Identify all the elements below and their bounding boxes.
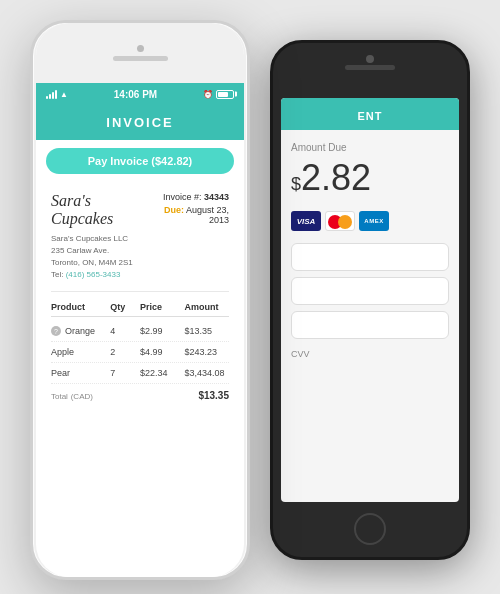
product-cell-0: ? Orange	[51, 326, 110, 336]
col-product: Product	[51, 302, 110, 312]
amount-due-value: $2.82	[291, 157, 449, 199]
tel-label: Tel:	[51, 270, 63, 279]
table-row: ? Orange 4 $2.99 $13.35	[51, 321, 229, 342]
price-cell-0: $2.99	[140, 326, 185, 336]
amount-currency: $	[291, 174, 301, 194]
divider-1	[51, 291, 229, 292]
total-text: Total	[51, 392, 68, 401]
back-phone-camera	[366, 55, 374, 63]
table-row: Pear 7 $22.34 $3,434.08	[51, 363, 229, 384]
due-date: August 23, 2013	[186, 205, 229, 225]
product-name-2: Pear	[51, 368, 70, 378]
visa-icon: VISA	[291, 211, 321, 231]
signal-bar-1	[46, 96, 48, 99]
signal-bar-2	[49, 94, 51, 99]
back-phone: ENT Amount Due $2.82 VISA AMEX CVV	[270, 40, 470, 560]
business-address-line2: 235 Carlaw Ave.	[51, 245, 149, 257]
battery-icon	[216, 90, 234, 99]
amount-cell-2: $3,434.08	[185, 368, 230, 378]
business-phone: (416) 565-3433	[66, 270, 121, 279]
col-price: Price	[140, 302, 185, 312]
invoice-body: Sara's Cupcakes Sara's Cupcakes LLC 235 …	[41, 182, 239, 411]
back-phone-home-button[interactable]	[354, 513, 386, 545]
pay-invoice-button[interactable]: Pay Invoice ($42.82)	[46, 148, 234, 174]
front-speaker	[113, 56, 168, 61]
price-cell-2: $22.34	[140, 368, 185, 378]
status-bar-right: ⏰	[203, 90, 234, 99]
business-address-line3: Toronto, ON, M4M 2S1	[51, 257, 149, 269]
cvv-label: CVV	[291, 349, 449, 359]
invoice-number-label: Invoice #:	[163, 192, 202, 202]
front-camera	[137, 45, 144, 52]
invoice-due-row: Due: August 23, 2013	[149, 205, 230, 225]
signal-bars	[46, 89, 57, 99]
battery-fill	[218, 92, 228, 97]
status-bar: ▲ 14:06 PM ⏰	[36, 83, 244, 105]
invoice-header: INVOICE	[36, 105, 244, 140]
product-name-1: Apple	[51, 347, 74, 357]
col-qty: Qty	[110, 302, 140, 312]
question-icon: ?	[51, 326, 61, 336]
cvv-input[interactable]	[291, 311, 449, 339]
product-cell-1: Apple	[51, 347, 110, 357]
amount-cell-1: $243.23	[185, 347, 230, 357]
card-number-input[interactable]	[291, 243, 449, 271]
front-phone-top	[36, 23, 244, 83]
amex-icon: AMEX	[359, 211, 389, 231]
expiry-input[interactable]	[291, 277, 449, 305]
table-header: Product Qty Price Amount	[51, 298, 229, 317]
total-currency: (CAD)	[71, 392, 93, 401]
due-label: Due:	[164, 205, 184, 215]
business-phone-row: Tel: (416) 565-3433	[51, 269, 149, 281]
invoice-meta: Invoice #: 34343 Due: August 23, 2013	[149, 192, 230, 225]
back-phone-content: Amount Due $2.82 VISA AMEX CVV	[281, 130, 459, 371]
table-row: Apple 2 $4.99 $243.23	[51, 342, 229, 363]
back-phone-header: ENT	[281, 98, 459, 130]
payment-icons-row: VISA AMEX	[291, 211, 449, 231]
total-row: Total (CAD) $13.35	[51, 384, 229, 401]
carrier-text: ▲	[60, 90, 68, 99]
product-name-0: Orange	[65, 326, 95, 336]
back-phone-title: ENT	[291, 110, 449, 122]
back-phone-screen: ENT Amount Due $2.82 VISA AMEX CVV	[281, 98, 459, 502]
invoice-number-value: 34343	[204, 192, 229, 202]
signal-bar-4	[55, 90, 57, 99]
signal-bar-3	[52, 92, 54, 99]
product-cell-2: Pear	[51, 368, 110, 378]
business-info-left: Sara's Cupcakes Sara's Cupcakes LLC 235 …	[51, 192, 149, 281]
mastercard-icon	[325, 211, 355, 231]
back-phone-speaker	[345, 65, 395, 70]
business-info-row: Sara's Cupcakes Sara's Cupcakes LLC 235 …	[51, 192, 229, 281]
status-bar-left: ▲	[46, 89, 68, 99]
amount-number: 2.82	[301, 157, 371, 198]
qty-cell-0: 4	[110, 326, 140, 336]
invoice-number-row: Invoice #: 34343	[149, 192, 230, 202]
business-address-line1: Sara's Cupcakes LLC	[51, 233, 149, 245]
status-bar-time: 14:06 PM	[114, 89, 157, 100]
price-cell-1: $4.99	[140, 347, 185, 357]
front-phone: ▲ 14:06 PM ⏰ INVOICE Pay Invoice ($42.82…	[30, 20, 250, 580]
amount-cell-0: $13.35	[185, 326, 230, 336]
alarm-icon: ⏰	[203, 90, 213, 99]
business-name: Sara's Cupcakes	[51, 192, 149, 228]
qty-cell-1: 2	[110, 347, 140, 357]
col-amount: Amount	[185, 302, 230, 312]
screen-wrapper: ▲ 14:06 PM ⏰ INVOICE Pay Invoice ($42.82…	[36, 83, 244, 522]
amount-due-label: Amount Due	[291, 142, 449, 153]
invoice-title: INVOICE	[46, 115, 234, 130]
front-phone-inner: ▲ 14:06 PM ⏰ INVOICE Pay Invoice ($42.82…	[36, 23, 244, 577]
total-label: Total (CAD)	[51, 390, 93, 401]
qty-cell-2: 7	[110, 368, 140, 378]
total-value: $13.35	[198, 390, 229, 401]
